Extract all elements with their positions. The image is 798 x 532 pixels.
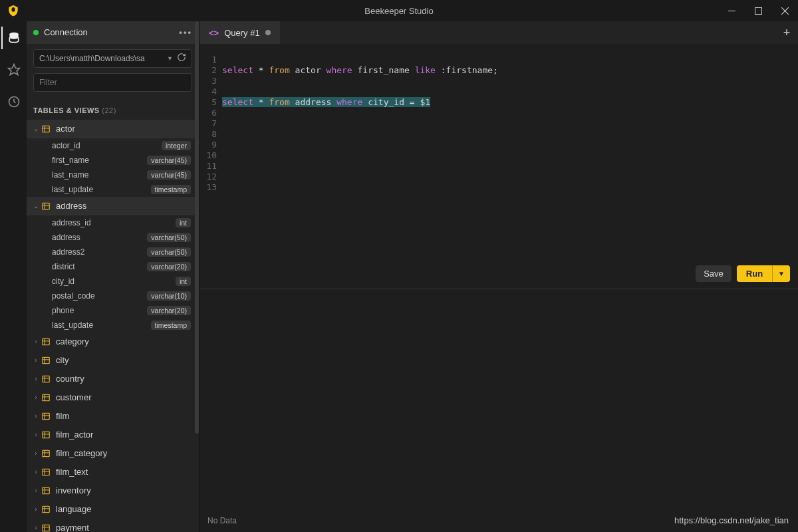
scrollbar[interactable] — [195, 21, 199, 434]
table-name: film_category — [56, 448, 107, 458]
maximize-button[interactable] — [745, 0, 771, 21]
table-icon — [41, 523, 51, 532]
table-name: film — [56, 411, 69, 421]
svg-rect-35 — [43, 487, 50, 493]
refresh-icon[interactable] — [177, 53, 186, 64]
tables-section-header: TABLES & VIEWS (22) — [27, 97, 199, 120]
code-icon: <> — [209, 28, 219, 38]
table-icon — [41, 430, 51, 440]
table-name: inventory — [56, 485, 91, 495]
tab-label: Query #1 — [224, 28, 259, 38]
database-path: C:\Users\matth\Downloads\sa — [39, 54, 163, 63]
tab-query-1[interactable]: <> Query #1 — [200, 21, 280, 44]
table-row[interactable]: ›film_actor — [27, 426, 199, 444]
table-icon — [41, 505, 51, 514]
column-name: phone — [52, 306, 74, 315]
column-name: last_update — [52, 185, 93, 194]
chevron-down-icon: ▼ — [167, 55, 173, 62]
table-row[interactable]: ›country — [27, 370, 199, 388]
table-icon — [41, 337, 51, 346]
column-row[interactable]: actor_idinteger — [27, 138, 199, 153]
dirty-indicator-icon — [265, 30, 271, 35]
chevron-right-icon: › — [31, 394, 41, 401]
table-icon — [41, 467, 51, 477]
svg-marker-3 — [9, 65, 20, 75]
column-name: district — [52, 262, 75, 271]
new-tab-button[interactable]: + — [775, 21, 798, 44]
column-name: last_name — [52, 170, 88, 180]
table-row[interactable]: ›city — [27, 351, 199, 370]
column-row[interactable]: first_namevarchar(45) — [27, 153, 199, 168]
table-row[interactable]: ›customer — [27, 388, 199, 407]
table-row[interactable]: ›film — [27, 407, 199, 426]
table-icon — [41, 356, 51, 365]
column-name: address — [52, 233, 80, 242]
table-row[interactable]: ›inventory — [27, 481, 199, 500]
more-icon[interactable]: ••• — [179, 27, 192, 37]
connection-tab[interactable]: Connection ••• — [27, 21, 199, 44]
column-row[interactable]: city_idint — [27, 274, 199, 289]
editor-actions: Save Run ▼ — [696, 265, 790, 282]
column-row[interactable]: address_idint — [27, 215, 199, 230]
table-row[interactable]: ⌄address — [27, 197, 199, 215]
editor-gutter: 12345678910111213 — [200, 55, 222, 289]
minimize-button[interactable] — [718, 0, 745, 21]
activity-history-icon[interactable] — [1, 90, 25, 113]
table-row[interactable]: ⌄actor — [27, 120, 199, 138]
chevron-right-icon: › — [31, 412, 41, 420]
svg-rect-38 — [43, 506, 50, 512]
activity-favorites-icon[interactable] — [1, 59, 25, 81]
column-row[interactable]: address2varchar(50) — [27, 245, 199, 259]
chevron-right-icon: › — [31, 505, 41, 513]
save-button[interactable]: Save — [696, 265, 732, 282]
filter-input[interactable] — [33, 73, 192, 92]
connection-status-icon — [33, 30, 39, 35]
database-path-selector[interactable]: C:\Users\matth\Downloads\sa ▼ — [33, 49, 192, 68]
table-row[interactable]: ›film_category — [27, 444, 199, 463]
watermark: https://blog.csdn.net/jake_tian — [674, 515, 789, 525]
chevron-down-icon: ⌄ — [31, 125, 41, 132]
svg-rect-11 — [43, 338, 50, 344]
svg-rect-20 — [43, 394, 50, 400]
table-row[interactable]: ›payment — [27, 519, 199, 532]
column-name: address2 — [52, 247, 84, 257]
chevron-right-icon: › — [31, 450, 41, 457]
column-row[interactable]: last_updatetimestamp — [27, 182, 199, 197]
column-row[interactable]: districtvarchar(20) — [27, 259, 199, 274]
chevron-right-icon: › — [31, 468, 41, 475]
column-type: timestamp — [151, 321, 191, 330]
editor-code[interactable]: select * from actor where first_name lik… — [222, 55, 798, 289]
column-row[interactable]: addressvarchar(50) — [27, 230, 199, 245]
table-icon — [41, 374, 51, 384]
column-type: varchar(20) — [147, 262, 191, 271]
column-name: city_id — [52, 277, 74, 286]
chevron-right-icon: › — [31, 375, 41, 382]
connection-label: Connection — [44, 27, 88, 37]
sql-editor[interactable]: 12345678910111213 select * from actor wh… — [200, 44, 798, 289]
table-row[interactable]: ›category — [27, 332, 199, 351]
column-type: varchar(50) — [147, 247, 191, 257]
close-button[interactable] — [771, 0, 798, 21]
run-button[interactable]: Run — [737, 265, 772, 282]
svg-rect-1 — [755, 7, 761, 14]
column-type: varchar(10) — [147, 291, 191, 301]
window-title: Beekeeper Studio — [0, 6, 798, 16]
column-type: int — [176, 218, 191, 227]
chevron-right-icon: › — [31, 356, 41, 364]
column-row[interactable]: last_namevarchar(45) — [27, 168, 199, 182]
run-dropdown-button[interactable]: ▼ — [772, 265, 790, 282]
table-icon — [41, 449, 51, 458]
table-row[interactable]: ›film_text — [27, 463, 199, 481]
table-icon — [41, 124, 51, 134]
column-type: timestamp — [151, 185, 191, 194]
svg-rect-14 — [43, 357, 50, 363]
chevron-right-icon: › — [31, 431, 41, 438]
column-row[interactable]: last_updatetimestamp — [27, 318, 199, 332]
tab-strip: <> Query #1 + — [200, 21, 798, 44]
table-name: address — [56, 201, 86, 211]
chevron-right-icon: › — [31, 338, 41, 345]
activity-database-icon[interactable] — [1, 27, 25, 49]
column-row[interactable]: phonevarchar(20) — [27, 303, 199, 318]
column-row[interactable]: postal_codevarchar(10) — [27, 289, 199, 303]
table-row[interactable]: ›language — [27, 500, 199, 519]
